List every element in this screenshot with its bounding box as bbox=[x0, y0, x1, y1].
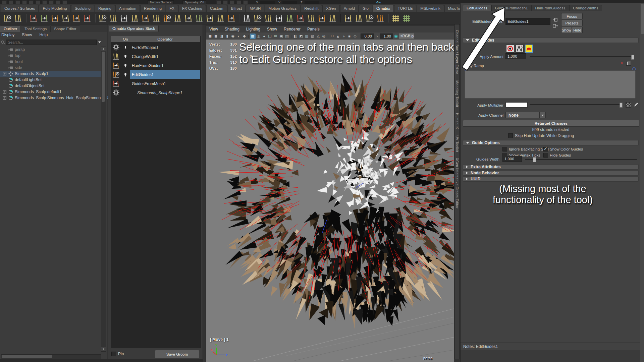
apply-channel-select[interactable]: None bbox=[505, 112, 540, 118]
shelf-tool-icon[interactable] bbox=[151, 13, 162, 23]
option-checkbox-row[interactable]: Show Color Guides bbox=[543, 147, 583, 152]
z-coord-field[interactable] bbox=[305, 1, 319, 4]
shelf-tool-icon[interactable] bbox=[162, 13, 172, 23]
shelf-tool-icon[interactable] bbox=[28, 13, 39, 23]
shelf-tool-icon[interactable] bbox=[183, 13, 194, 23]
shelf-tool-icon[interactable] bbox=[237, 13, 241, 23]
operator-enable-toggle[interactable] bbox=[121, 73, 130, 77]
shelf-tab[interactable]: Arnold bbox=[340, 5, 359, 12]
shelf-tab[interactable]: Rigging bbox=[95, 5, 115, 12]
panel-tab[interactable]: Outliner bbox=[0, 25, 21, 32]
x-coord-field[interactable] bbox=[260, 1, 275, 4]
expand-toggle-icon[interactable] bbox=[3, 60, 7, 64]
shelf-tool-icon[interactable] bbox=[226, 13, 237, 23]
operator-stack-title-tab[interactable]: Ornatrix Operators Stack bbox=[109, 25, 159, 32]
operator-enable-toggle[interactable] bbox=[121, 46, 130, 50]
panel-tab[interactable]: Shape Editor bbox=[50, 25, 80, 32]
viewport-tool-icon[interactable]: ⊞ bbox=[273, 34, 278, 39]
snap-icon[interactable] bbox=[236, 0, 241, 4]
viewport-tool-icon[interactable]: △ bbox=[315, 34, 321, 39]
scroll-down-arrow[interactable]: ▼ bbox=[101, 347, 106, 351]
operator-row[interactable]: EditGuides1 bbox=[111, 70, 200, 79]
shelf-tool-icon[interactable] bbox=[13, 13, 23, 23]
operator-row[interactable]: GuidesFromMesh1 bbox=[111, 79, 200, 88]
viewport-tool-icon[interactable]: ◐ bbox=[236, 34, 241, 39]
option-checkbox[interactable] bbox=[543, 147, 548, 152]
viewport-tool-icon[interactable]: ⊟ bbox=[329, 34, 335, 39]
shelf-tool-icon[interactable] bbox=[172, 13, 183, 23]
snap-icon[interactable] bbox=[216, 0, 221, 4]
shelf-tool-icon[interactable] bbox=[50, 13, 60, 23]
viewport-tool-icon[interactable]: ▣ bbox=[278, 34, 284, 39]
viewport-tool-icon[interactable]: ● bbox=[261, 34, 267, 39]
output-connection-icon[interactable] bbox=[552, 23, 558, 28]
viewport-panel[interactable]: ViewShadingLightingShowRendererPanels ◼◼… bbox=[206, 25, 454, 362]
viewport-tool-icon[interactable]: ▲ bbox=[335, 34, 341, 39]
shelf-tab[interactable]: MSLiveLink bbox=[417, 5, 444, 12]
outliner-item[interactable]: Simmonds_Scalp:default1 bbox=[0, 89, 101, 95]
scroll-up-arrow[interactable]: ▲ bbox=[101, 47, 106, 51]
side-tab[interactable]: XGen Interactive Groom Editor bbox=[455, 158, 459, 208]
status-tool-icon[interactable] bbox=[9, 0, 13, 4]
save-groom-button[interactable]: Save Groom bbox=[155, 350, 199, 358]
presets-button[interactable]: Presets bbox=[561, 20, 583, 26]
shelf-tool-icon[interactable] bbox=[354, 13, 364, 23]
attribute-editor-scrollbar[interactable] bbox=[640, 3, 644, 362]
menu-item[interactable]: Panels bbox=[307, 27, 320, 32]
operator-enable-toggle[interactable] bbox=[121, 91, 130, 95]
shelf-tab[interactable]: Custom bbox=[206, 5, 227, 12]
hide-button[interactable]: Hide bbox=[572, 27, 583, 33]
operator-row[interactable]: HairFromGuides1 bbox=[111, 61, 200, 70]
expand-toggle-icon[interactable] bbox=[3, 96, 7, 100]
node-tab[interactable]: ChangeWidth1 bbox=[569, 5, 602, 11]
multiplier-color-swatch[interactable] bbox=[505, 102, 528, 108]
retarget-changes-button[interactable]: Retarget Changes bbox=[463, 120, 639, 127]
viewport-tool-icon[interactable]: ◼ bbox=[213, 34, 219, 39]
exposure-field[interactable] bbox=[361, 34, 374, 39]
shelf-tab[interactable]: FX bbox=[166, 5, 178, 12]
viewport-tool-icon[interactable]: ▥ bbox=[304, 34, 310, 39]
side-tab[interactable]: Modeling Toolkit bbox=[455, 80, 459, 107]
option-checkbox[interactable] bbox=[543, 153, 548, 158]
shelf-tool-icon[interactable] bbox=[252, 13, 263, 23]
collapsed-section-header[interactable]: Node Behavior bbox=[463, 170, 639, 176]
operator-row[interactable]: Simmonds_ScalpShape1 bbox=[111, 88, 200, 97]
shelf-tool-icon[interactable] bbox=[82, 13, 93, 23]
shelf-tool-icon[interactable] bbox=[97, 13, 108, 23]
shelf-tab[interactable]: Bifrost bbox=[227, 5, 246, 12]
status-tool-icon[interactable] bbox=[62, 0, 67, 4]
menu-item[interactable]: Lighting bbox=[246, 27, 260, 32]
menu-item[interactable]: Shading bbox=[225, 27, 239, 32]
option-checkbox-row[interactable]: Hide Guides bbox=[543, 153, 583, 158]
operator-enable-toggle[interactable] bbox=[121, 82, 130, 86]
snap-icon[interactable] bbox=[243, 0, 248, 4]
shelf-tab[interactable]: TURTLE bbox=[394, 5, 417, 12]
shelf-tool-icon[interactable] bbox=[343, 13, 354, 23]
node-tab[interactable]: HairFromGuides1 bbox=[531, 5, 569, 11]
gamma-field[interactable] bbox=[380, 34, 393, 39]
scrollbar-handle[interactable] bbox=[2, 355, 52, 358]
shelf-tool-icon[interactable] bbox=[338, 13, 343, 23]
pencil-edit-icon[interactable] bbox=[634, 102, 639, 107]
apply-ramp-widget[interactable] bbox=[465, 70, 636, 99]
side-tab[interactable]: UV Toolkit bbox=[455, 135, 459, 152]
shelf-tab[interactable]: FX Caching bbox=[178, 5, 206, 12]
status-tool-icon[interactable] bbox=[49, 0, 54, 4]
channel-dropdown-caret-icon[interactable] bbox=[540, 112, 546, 118]
outliner-item[interactable]: persp bbox=[0, 47, 101, 53]
shelf-tool-icon[interactable] bbox=[375, 13, 386, 23]
snap-icon[interactable] bbox=[230, 0, 234, 4]
viewport-tool-icon[interactable]: ▮ bbox=[224, 34, 230, 39]
operator-type-icon[interactable] bbox=[111, 79, 121, 88]
shelf-tool-icon[interactable] bbox=[60, 13, 71, 23]
colorspace-chip[interactable]: sRGB ga bbox=[399, 33, 414, 39]
shelf-tool-icon[interactable] bbox=[119, 13, 129, 23]
apply-multiplier-slider[interactable] bbox=[530, 104, 622, 105]
shelf-tab[interactable]: Animation bbox=[115, 5, 140, 12]
delete-ramp-key-icon[interactable]: ✕ bbox=[620, 61, 624, 66]
outliner-item[interactable]: Simmonds_Scalp:Simmons_Hair_ScalpSimmond… bbox=[0, 95, 101, 101]
shelf-tool-icon[interactable] bbox=[274, 13, 284, 23]
expand-toggle-icon[interactable] bbox=[3, 90, 7, 94]
apply-amount-slider[interactable] bbox=[530, 56, 634, 57]
viewport-tool-icon[interactable]: ◧ bbox=[292, 34, 298, 39]
